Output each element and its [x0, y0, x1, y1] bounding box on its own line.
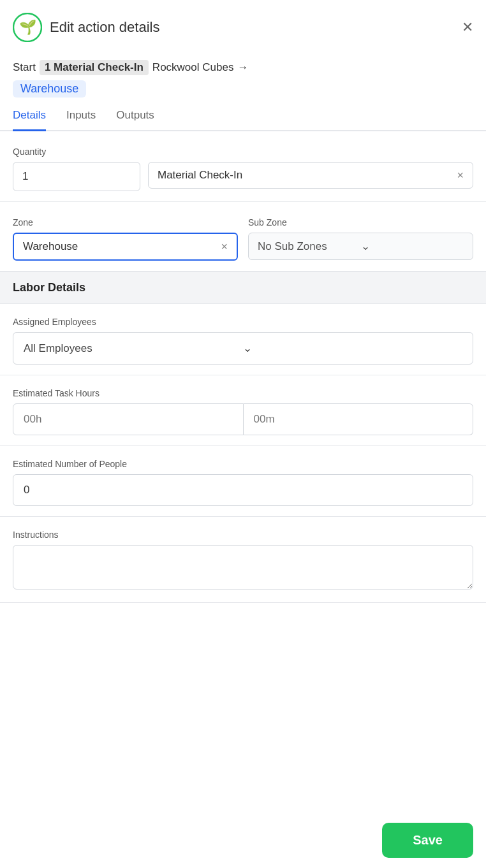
close-icon[interactable]: ✕	[462, 20, 473, 34]
people-input[interactable]	[13, 474, 473, 506]
mins-input[interactable]	[244, 403, 474, 435]
zone-section: Zone × Sub Zone No Sub Zones ⌄	[0, 202, 486, 271]
tab-details[interactable]: Details	[13, 109, 46, 131]
instructions-input[interactable]	[13, 545, 473, 590]
hours-input[interactable]	[13, 403, 244, 435]
save-button[interactable]: Save	[382, 823, 473, 858]
breadcrumb-start: Start	[13, 61, 36, 74]
breadcrumb-line: Start 1 Material Check-In Rockwool Cubes…	[13, 60, 473, 75]
action-type-clear-button[interactable]: ×	[457, 170, 464, 181]
subzone-select[interactable]: No Sub Zones ⌄	[248, 233, 473, 260]
logo-icon: 🌱	[13, 13, 42, 42]
footer: Save	[0, 813, 486, 868]
instructions-label: Instructions	[13, 530, 473, 540]
zone-clear-button[interactable]: ×	[221, 241, 228, 252]
action-type-input[interactable]	[158, 169, 452, 182]
labor-section-divider: Labor Details	[0, 271, 486, 304]
zone-label: Zone	[13, 217, 238, 228]
instructions-section: Instructions	[0, 517, 486, 603]
quantity-section: Quantity ×	[0, 131, 486, 202]
people-section: Estimated Number of People	[0, 446, 486, 517]
people-label: Estimated Number of People	[13, 459, 473, 469]
employees-chevron: ⌄	[243, 342, 462, 355]
tabs-area: Details Inputs Outputs	[0, 98, 486, 131]
assigned-employees-section: Assigned Employees All Employees ⌄	[0, 304, 486, 375]
breadcrumb-arrow: →	[237, 61, 248, 74]
zone-row: Zone × Sub Zone No Sub Zones ⌄	[13, 217, 473, 261]
quantity-input-wrapper	[13, 162, 140, 191]
quantity-label: Quantity	[13, 147, 473, 157]
action-type-wrapper: ×	[148, 162, 473, 191]
zone-input[interactable]	[23, 240, 216, 253]
subzone-label: Sub Zone	[248, 217, 473, 228]
zone-col: Zone ×	[13, 217, 238, 261]
modal-title: Edit action details	[50, 19, 159, 36]
breadcrumb-action: 1 Material Check-In	[40, 60, 149, 75]
header-left: 🌱 Edit action details	[13, 13, 159, 42]
assigned-employees-label: Assigned Employees	[13, 317, 473, 327]
tab-outputs[interactable]: Outputs	[116, 109, 154, 131]
employees-select[interactable]: All Employees ⌄	[13, 332, 473, 365]
employees-value: All Employees	[24, 342, 243, 355]
subzone-value: No Sub Zones	[258, 240, 361, 253]
svg-text:🌱: 🌱	[19, 18, 37, 36]
zone-field[interactable]: ×	[13, 233, 238, 261]
task-hours-label: Estimated Task Hours	[13, 388, 473, 398]
action-type-field[interactable]: ×	[148, 162, 473, 189]
breadcrumb-item: Rockwool Cubes	[152, 61, 234, 74]
task-hours-section: Estimated Task Hours	[0, 375, 486, 446]
quantity-type-row: ×	[13, 162, 473, 191]
modal: 🌱 Edit action details ✕ Start 1 Material…	[0, 0, 486, 868]
subzone-col: Sub Zone No Sub Zones ⌄	[248, 217, 473, 261]
tab-inputs[interactable]: Inputs	[66, 109, 96, 131]
subzone-chevron: ⌄	[361, 240, 464, 253]
quantity-input[interactable]	[13, 162, 140, 191]
breadcrumb-location-tag[interactable]: Warehouse	[13, 80, 86, 98]
breadcrumb-area: Start 1 Material Check-In Rockwool Cubes…	[0, 52, 486, 98]
modal-header: 🌱 Edit action details ✕	[0, 0, 486, 52]
hours-row	[13, 403, 473, 435]
labor-section-title: Labor Details	[13, 281, 85, 294]
